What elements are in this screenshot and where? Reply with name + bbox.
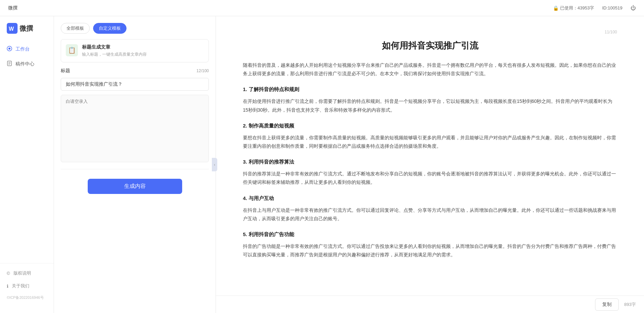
right-panel: 11/100 如何用抖音实现推广引流 随着抖音的普及，越来越多的人开始利用这个短… <box>216 16 644 313</box>
copy-button[interactable]: 复制 <box>595 298 619 311</box>
page-count: 11/100 <box>243 30 617 34</box>
article-section-paragraph: 随着抖音的普及，越来越多的人开始利用这个短视频分享平台来推广自己的产品或服务。抖… <box>243 61 617 78</box>
form-divider <box>61 169 209 169</box>
template-desc: 输入标题，一键生成高质量文章内容 <box>82 52 204 57</box>
topbar-right: 🔒 已使用：43953字 ID:100519 ⏻ <box>553 5 636 11</box>
article-section-paragraph: 要想在抖音上获得更多的流量，你需要制作高质量的短视频。高质量的短视频能够吸引更多… <box>243 134 617 150</box>
logo-icon: W <box>7 23 18 34</box>
article-section-heading: 1. 了解抖音的特点和规则 <box>243 85 617 94</box>
sidebar-item-workbench-label: 工作台 <box>16 46 30 52</box>
article-footer: 复制 893字 <box>216 295 644 313</box>
about-label: 关于我们 <box>12 283 29 289</box>
logo-text: 微撰 <box>20 24 33 33</box>
svg-text:W: W <box>9 26 14 32</box>
sidebar-item-workbench[interactable]: 工作台 <box>0 42 54 57</box>
drafts-icon <box>7 61 12 67</box>
title-label: 标题 <box>61 68 70 74</box>
copyright-icon: © <box>7 271 10 276</box>
lock-icon: 🔒 <box>553 5 559 11</box>
article-section-heading: 3. 利用抖音的推荐算法 <box>243 157 617 166</box>
sidebar: W 微撰 工作台 <box>0 16 54 313</box>
article-section-paragraph: 在开始使用抖音进行推广引流之前，你需要了解抖音的特点和规则。抖音是一个短视频分享… <box>243 97 617 114</box>
article-title: 如何用抖音实现推广引流 <box>243 40 617 52</box>
logout-icon[interactable]: ⏻ <box>631 5 636 11</box>
article-section-heading: 2. 制作高质量的短视频 <box>243 121 617 130</box>
workbench-icon <box>7 46 12 53</box>
sidebar-logo: W 微撰 <box>0 23 54 42</box>
article-section-heading: 5. 利用抖音的广告功能 <box>243 230 617 239</box>
title-count: 12/100 <box>196 68 209 73</box>
info-icon: ℹ <box>7 284 8 289</box>
template-info: 标题生成文章 输入标题，一键生成高质量文章内容 <box>82 44 204 57</box>
template-card-icon: 📋 <box>66 44 78 56</box>
left-panel: 全部模板 自定义模板 📋 标题生成文章 输入标题，一键生成高质量文章内容 标题 … <box>54 16 216 313</box>
article-body: 随着抖音的普及，越来越多的人开始利用这个短视频分享平台来推广自己的产品或服务。抖… <box>243 61 617 259</box>
user-id: ID:100519 <box>602 5 622 10</box>
main-layout: W 微撰 工作台 <box>0 16 644 313</box>
topbar-title: 微撰 <box>8 5 18 11</box>
article-section-heading: 4. 与用户互动 <box>243 194 617 203</box>
article-container[interactable]: 11/100 如何用抖音实现推广引流 随着抖音的普及，越来越多的人开始利用这个短… <box>216 16 644 295</box>
panel-tabs: 全部模板 自定义模板 <box>61 23 209 34</box>
article-section-paragraph: 在抖音上与用户互动是一种非常有效的推广引流方式。你可以通过回复评论、点赞、分享等… <box>243 206 617 223</box>
title-label-row: 标题 12/100 <box>61 68 209 74</box>
content-area: 全部模板 自定义模板 📋 标题生成文章 输入标题，一键生成高质量文章内容 标题 … <box>54 16 644 313</box>
icp-text: ©ICP备2022016946号 <box>0 292 54 303</box>
sidebar-bottom: © 版权说明 ℹ 关于我们 ©ICP备2022016946号 <box>0 263 54 306</box>
collapse-arrow[interactable]: ‹ <box>212 158 217 171</box>
form-section: 标题 12/100 <box>61 68 209 162</box>
usage-info: 🔒 已使用：43953字 <box>553 5 594 11</box>
title-input[interactable] <box>61 78 209 91</box>
generate-button[interactable]: 生成内容 <box>88 179 182 194</box>
article-section-paragraph: 抖音的广告功能是一种非常有效的推广引流方式。你可以通过广告投放来让更多的人看到你… <box>243 242 617 259</box>
template-name: 标题生成文章 <box>82 44 204 50</box>
word-count: 893字 <box>624 302 636 308</box>
sidebar-copyright[interactable]: © 版权说明 <box>0 267 54 280</box>
article-section-paragraph: 抖音的推荐算法是一种非常有效的推广引流方式。通过不断地发布和分享自己的短视频，你… <box>243 170 617 187</box>
tab-custom-templates[interactable]: 自定义模板 <box>93 23 127 34</box>
usage-label: 已使用：43953字 <box>560 5 594 11</box>
copyright-label: 版权说明 <box>13 270 31 276</box>
svg-point-3 <box>8 48 10 50</box>
sidebar-item-drafts-label: 稿件中心 <box>16 61 34 67</box>
tab-all-templates[interactable]: 全部模板 <box>61 23 90 34</box>
topbar: 微撰 🔒 已使用：43953字 ID:100519 ⏻ <box>0 0 644 16</box>
sidebar-nav: 工作台 稿件中心 <box>0 42 54 263</box>
sidebar-item-drafts[interactable]: 稿件中心 <box>0 57 54 72</box>
template-card[interactable]: 📋 标题生成文章 输入标题，一键生成高质量文章内容 <box>61 39 209 62</box>
content-textarea[interactable] <box>61 95 209 162</box>
sidebar-about[interactable]: ℹ 关于我们 <box>0 280 54 292</box>
